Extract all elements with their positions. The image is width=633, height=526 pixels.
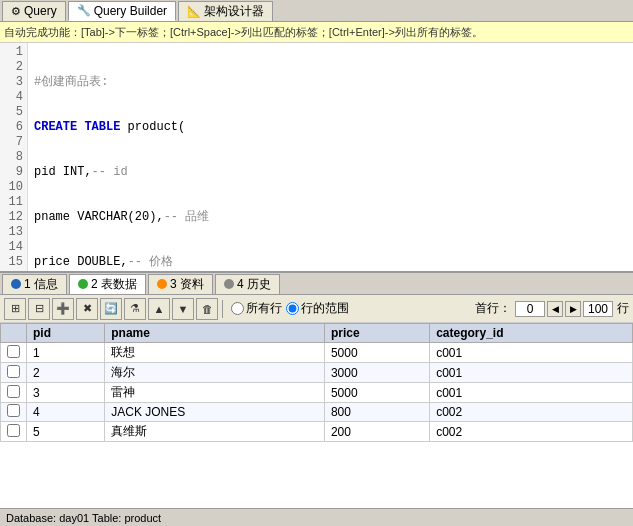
cell-pid: 5 xyxy=(27,422,105,442)
col-pid[interactable]: pid xyxy=(27,324,105,343)
table-row[interactable]: 3雷神5000c001 xyxy=(1,383,633,403)
cell-category_id: c001 xyxy=(430,343,633,363)
status-bar: Database: day01 Table: product xyxy=(0,508,633,526)
history-dot xyxy=(224,279,234,289)
autocomplete-bar: 自动完成功能：[Tab]->下一标签；[Ctrl+Space]->列出匹配的标签… xyxy=(0,22,633,43)
resource-dot xyxy=(157,279,167,289)
cell-price: 800 xyxy=(324,403,429,422)
row-unit: 行 xyxy=(617,300,629,317)
cell-price: 3000 xyxy=(324,363,429,383)
row-checkbox[interactable] xyxy=(7,424,20,437)
code-line-5: price DOUBLE,-- 价格 xyxy=(34,255,627,270)
cell-pid: 2 xyxy=(27,363,105,383)
toolbar-sep-1 xyxy=(222,300,223,318)
row-checkbox[interactable] xyxy=(7,345,20,358)
tab-query-builder[interactable]: 🔧 Query Builder xyxy=(68,1,176,21)
table-row[interactable]: 5真维斯200c002 xyxy=(1,422,633,442)
cell-pid: 1 xyxy=(27,343,105,363)
cell-pname: 联想 xyxy=(105,343,325,363)
code-line-4: pname VARCHAR(20),-- 品维 xyxy=(34,210,627,225)
data-table: pid pname price category_id 1联想5000c0012… xyxy=(0,323,633,442)
toolbar-btn-refresh[interactable]: 🔄 xyxy=(100,298,122,320)
row-checkbox-cell[interactable] xyxy=(1,383,27,403)
col-pname[interactable]: pname xyxy=(105,324,325,343)
tab-info[interactable]: 1 信息 xyxy=(2,274,67,294)
radio-all-text: 所有行 xyxy=(246,300,282,317)
table-row[interactable]: 4JACK JONES800c002 xyxy=(1,403,633,422)
col-check xyxy=(1,324,27,343)
code-content[interactable]: #创建商品表: CREATE TABLE product( pid INT,--… xyxy=(28,43,633,271)
radio-all[interactable] xyxy=(231,302,244,315)
cell-price: 5000 xyxy=(324,383,429,403)
radio-range-text: 行的范围 xyxy=(301,300,349,317)
query-builder-icon: 🔧 xyxy=(77,4,91,17)
toolbar-btn-grid[interactable]: ⊞ xyxy=(4,298,26,320)
toolbar-btn-add[interactable]: ➕ xyxy=(52,298,74,320)
tab-data[interactable]: 2 表数据 xyxy=(69,274,146,294)
radio-group: 所有行 行的范围 xyxy=(231,300,349,317)
row-checkbox[interactable] xyxy=(7,404,20,417)
col-price[interactable]: price xyxy=(324,324,429,343)
cell-pname: 真维斯 xyxy=(105,422,325,442)
status-text: Database: day01 Table: product xyxy=(6,512,161,524)
toolbar-btn-trash[interactable]: 🗑 xyxy=(196,298,218,320)
row-nav: 首行： ◀ ▶ 行 xyxy=(475,300,629,317)
code-line-2: CREATE TABLE product( xyxy=(34,120,627,135)
tab-arch-label: 架构设计器 xyxy=(204,3,264,20)
tab-query-label: Query xyxy=(24,4,57,18)
cell-category_id: c002 xyxy=(430,422,633,442)
tab-resource-label: 3 资料 xyxy=(170,276,204,293)
data-toolbar: ⊞ ⊟ ➕ ✖ 🔄 ⚗ ▲ ▼ 🗑 所有行 行的范围 首行： xyxy=(0,295,633,323)
toolbar-btn-minus[interactable]: ⊟ xyxy=(28,298,50,320)
tab-query[interactable]: ⚙ Query xyxy=(2,1,66,21)
tab-data-label: 2 表数据 xyxy=(91,276,137,293)
col-category[interactable]: category_id xyxy=(430,324,633,343)
data-table-wrapper[interactable]: pid pname price category_id 1联想5000c0012… xyxy=(0,323,633,508)
top-tab-bar: ⚙ Query 🔧 Query Builder 📐 架构设计器 xyxy=(0,0,633,22)
row-nav-label: 首行： xyxy=(475,300,511,317)
row-start-input[interactable] xyxy=(515,301,545,317)
tab-query-builder-label: Query Builder xyxy=(94,4,167,18)
nav-prev-btn[interactable]: ◀ xyxy=(547,301,563,317)
table-row[interactable]: 1联想5000c001 xyxy=(1,343,633,363)
toolbar-btn-down[interactable]: ▼ xyxy=(172,298,194,320)
line-numbers: 12345 678910 1112131415 1617181920 2122 xyxy=(0,43,28,271)
tab-arch-designer[interactable]: 📐 架构设计器 xyxy=(178,1,273,21)
table-row[interactable]: 2海尔3000c001 xyxy=(1,363,633,383)
bottom-tab-bar: 1 信息 2 表数据 3 资料 4 历史 xyxy=(0,273,633,295)
tab-resource[interactable]: 3 资料 xyxy=(148,274,213,294)
code-line-3: pid INT,-- id xyxy=(34,165,627,180)
cell-category_id: c001 xyxy=(430,363,633,383)
radio-all-label[interactable]: 所有行 xyxy=(231,300,282,317)
toolbar-btn-delete[interactable]: ✖ xyxy=(76,298,98,320)
cell-pname: JACK JONES xyxy=(105,403,325,422)
cell-price: 5000 xyxy=(324,343,429,363)
bottom-section: 1 信息 2 表数据 3 资料 4 历史 ⊞ ⊟ ➕ ✖ 🔄 ⚗ ▲ xyxy=(0,273,633,526)
code-editor[interactable]: 12345 678910 1112131415 1617181920 2122 … xyxy=(0,43,633,273)
cell-category_id: c001 xyxy=(430,383,633,403)
row-checkbox-cell[interactable] xyxy=(1,422,27,442)
toolbar-btn-filter[interactable]: ⚗ xyxy=(124,298,146,320)
row-checkbox[interactable] xyxy=(7,365,20,378)
row-checkbox-cell[interactable] xyxy=(1,363,27,383)
data-dot xyxy=(78,279,88,289)
cell-category_id: c002 xyxy=(430,403,633,422)
row-end-input[interactable] xyxy=(583,301,613,317)
cell-pid: 4 xyxy=(27,403,105,422)
row-checkbox-cell[interactable] xyxy=(1,343,27,363)
nav-next-btn[interactable]: ▶ xyxy=(565,301,581,317)
radio-range[interactable] xyxy=(286,302,299,315)
tab-info-label: 1 信息 xyxy=(24,276,58,293)
cell-pid: 3 xyxy=(27,383,105,403)
radio-range-label[interactable]: 行的范围 xyxy=(286,300,349,317)
cell-pname: 雷神 xyxy=(105,383,325,403)
arch-icon: 📐 xyxy=(187,5,201,18)
query-icon: ⚙ xyxy=(11,5,21,18)
info-dot xyxy=(11,279,21,289)
toolbar-btn-up[interactable]: ▲ xyxy=(148,298,170,320)
row-checkbox-cell[interactable] xyxy=(1,403,27,422)
tab-history[interactable]: 4 历史 xyxy=(215,274,280,294)
row-checkbox[interactable] xyxy=(7,385,20,398)
cell-price: 200 xyxy=(324,422,429,442)
tab-history-label: 4 历史 xyxy=(237,276,271,293)
